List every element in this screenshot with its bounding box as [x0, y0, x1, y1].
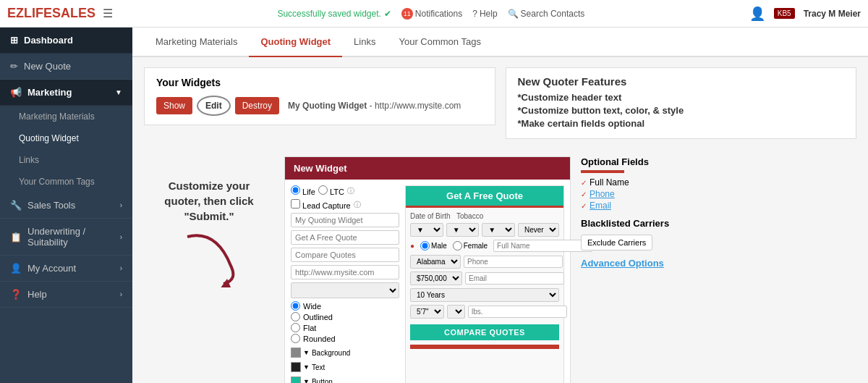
dob-year-select[interactable]: ▼: [482, 223, 515, 237]
sidebar-item-new-quote[interactable]: ✏ New Quote: [0, 54, 132, 80]
sidebar-account-label: My Account: [27, 263, 76, 274]
female-radio[interactable]: [453, 241, 462, 251]
email-input[interactable]: [465, 272, 564, 285]
height-select[interactable]: 5'7": [410, 305, 444, 319]
tobacco-select[interactable]: Never: [518, 223, 559, 237]
chevron-down-icon: ▼: [115, 88, 122, 96]
tab-bar: Marketing Materials Quoting Widget Links…: [132, 28, 868, 57]
lead-capture-checkbox[interactable]: [291, 199, 300, 209]
lead-info-icon: ⓘ: [354, 200, 361, 210]
widget-name-input[interactable]: [291, 213, 399, 227]
sidebar-item-marketing[interactable]: 📢 Marketing ▼: [0, 80, 132, 106]
coverage-email-row: $750,000: [410, 272, 559, 285]
sidebar-links-label: Links: [19, 155, 39, 165]
style-wide-text: Wide: [303, 302, 321, 311]
style-wide-label: Wide: [291, 301, 399, 311]
blacklisted-title: Blacklisted Carriers: [581, 218, 704, 229]
tab-marketing-materials[interactable]: Marketing Materials: [144, 28, 249, 57]
url-input[interactable]: [291, 265, 399, 279]
top-content-row: Your Widgets Show Edit Destroy My Quotin…: [144, 67, 856, 149]
style-options: Wide Outlined Flat: [291, 301, 399, 343]
text-color-swatch[interactable]: [291, 362, 301, 372]
female-radio-label: Female: [453, 241, 488, 251]
ltc-radio[interactable]: [318, 185, 328, 195]
gender-row: ● Male Female: [410, 240, 559, 252]
sidebar-item-dashboard[interactable]: ⊞ Dashboard: [0, 28, 132, 54]
sidebar-underwriting-label: Underwriting / Suitability: [27, 226, 114, 248]
text-arrow: ▼: [303, 363, 310, 371]
feature-3: *Make certain fields optional: [518, 118, 845, 129]
opt-phone-label[interactable]: Phone: [590, 189, 615, 199]
background-color-swatch[interactable]: [291, 348, 301, 358]
widget-url: - http://www.mysite.com: [370, 101, 461, 111]
help-link[interactable]: ? Help: [472, 9, 497, 19]
weight-input[interactable]: [468, 306, 567, 318]
sales-tools-icon: 🔧: [10, 200, 22, 211]
tab-common-tags[interactable]: Your Common Tags: [387, 28, 492, 57]
life-radio[interactable]: [291, 185, 300, 195]
male-radio[interactable]: [420, 241, 430, 251]
full-name-input[interactable]: [493, 240, 592, 252]
search-contacts[interactable]: 🔍 Search Contacts: [508, 9, 585, 19]
user-badge: KB5: [774, 8, 795, 19]
height-weight-row: 5'7" ▼: [410, 305, 559, 319]
sidebar-help-label: Help: [27, 289, 47, 300]
notifications-area[interactable]: 11 Notifications: [401, 8, 462, 20]
sidebar-item-sales-tools[interactable]: 🔧 Sales Tools ›: [0, 193, 132, 219]
tab-links[interactable]: Links: [342, 28, 387, 57]
style-rounded-text: Rounded: [303, 334, 336, 343]
edit-button[interactable]: Edit: [197, 96, 231, 116]
compare-quotes-button[interactable]: COMPARE QUOTES: [410, 324, 559, 340]
optional-fields-title: Optional Fields: [581, 156, 704, 167]
term-row: 10 Years: [410, 288, 559, 302]
sidebar-item-marketing-materials[interactable]: Marketing Materials: [0, 106, 132, 127]
exclude-carriers-button[interactable]: Exclude Carriers: [581, 235, 652, 251]
sidebar-item-underwriting[interactable]: 📋 Underwriting / Suitability ›: [0, 219, 132, 256]
user-name: Tracy M Meier: [804, 9, 861, 19]
style-wide-radio[interactable]: [291, 301, 300, 311]
features-box: New Quoter Features *Customize header te…: [506, 67, 857, 139]
sidebar-item-help[interactable]: ❓ Help ›: [0, 282, 132, 308]
hamburger-menu[interactable]: ☰: [103, 7, 113, 20]
sidebar-item-account[interactable]: 👤 My Account ›: [0, 256, 132, 282]
email-check-icon: ✓: [581, 202, 587, 210]
dob-month-select[interactable]: ▼: [410, 223, 443, 237]
style-flat-radio[interactable]: [291, 323, 300, 332]
new-widget-container: New Widget Life: [284, 156, 571, 383]
chevron-right-icon4: ›: [120, 290, 122, 298]
chevron-right-icon3: ›: [120, 264, 122, 272]
style-outlined-radio[interactable]: [291, 312, 300, 321]
phone-input[interactable]: [464, 256, 563, 268]
style-outlined-label: Outlined: [291, 312, 399, 321]
style-rounded-radio[interactable]: [291, 334, 300, 343]
dob-tobacco-row: Date of Birth Tobacco: [410, 212, 559, 220]
sidebar-sales-tools-label: Sales Tools: [27, 200, 75, 211]
dob-day-select[interactable]: ▼: [446, 223, 480, 237]
sidebar-item-quoting-widget[interactable]: Quoting Widget: [0, 127, 132, 149]
color-text-row: ▼ Text: [291, 362, 399, 372]
height2-select[interactable]: ▼: [447, 305, 465, 319]
optional-fields-panel: Optional Fields ✓ Full Name ✓ Phone ✓ Em…: [581, 156, 704, 269]
sidebar-item-common-tags[interactable]: Your Common Tags: [0, 171, 132, 193]
tab-quoting-widget[interactable]: Quoting Widget: [249, 28, 342, 57]
widget-name-link: My Quoting Widget - http://www.mysite.co…: [288, 101, 461, 111]
show-button[interactable]: Show: [156, 97, 192, 114]
dropdown-select[interactable]: [291, 282, 399, 298]
term-select[interactable]: 10 Years: [410, 288, 559, 302]
widget-name: My Quoting Widget: [288, 101, 367, 111]
main-content: Marketing Materials Quoting Widget Links…: [132, 28, 868, 383]
logo: EZLIFESALES: [7, 6, 95, 21]
button-color-swatch[interactable]: [291, 376, 301, 383]
sidebar-marketing-label: Marketing: [27, 87, 72, 98]
state-select[interactable]: Alabama: [410, 255, 461, 269]
coverage-select[interactable]: $750,000: [410, 272, 462, 285]
chevron-right-icon2: ›: [120, 233, 122, 241]
sidebar-item-links[interactable]: Links: [0, 149, 132, 171]
header-text-input[interactable]: [291, 230, 399, 245]
advanced-options-link[interactable]: Advanced Options: [581, 258, 704, 269]
button-text-input[interactable]: [291, 248, 399, 262]
widget-area: Your Widgets Show Edit Destroy My Quotin…: [132, 57, 868, 383]
color-text-label: Text: [312, 363, 325, 371]
destroy-button[interactable]: Destroy: [235, 97, 279, 114]
opt-email-label[interactable]: Email: [590, 201, 611, 211]
